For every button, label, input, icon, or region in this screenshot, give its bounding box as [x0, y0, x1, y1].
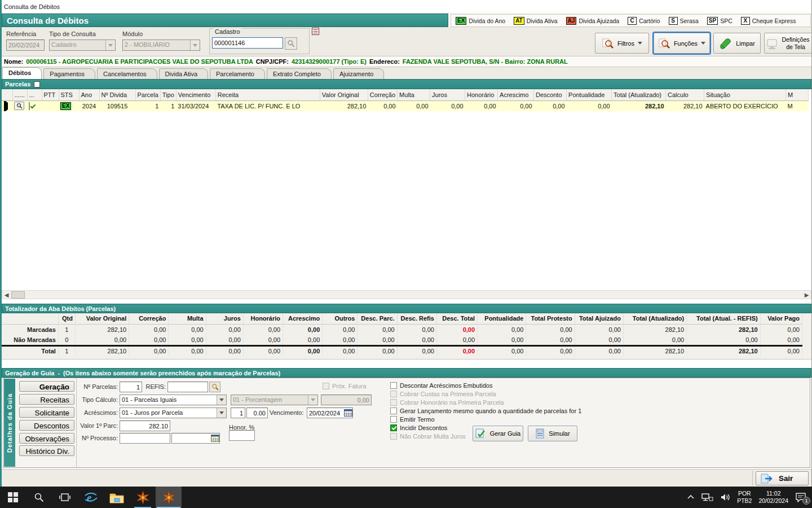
cadastro-search-button[interactable] [285, 37, 297, 50]
row-magnifier-button[interactable] [14, 102, 24, 110]
row-checkbox[interactable] [29, 102, 30, 110]
column-header-ano: Ano [79, 89, 99, 100]
filtros-button[interactable]: Filtros [595, 33, 649, 54]
tab-parcelamento[interactable]: Parcelamento [210, 68, 265, 79]
modulo-label: Módulo [122, 30, 200, 37]
list-icon[interactable] [312, 28, 319, 35]
referencia-input[interactable] [6, 40, 45, 51]
total-column-desc-refis: Desc. Refis [397, 313, 436, 324]
guia-menu-historico-div[interactable]: Histórico Div. [19, 445, 74, 456]
file-explorer-button[interactable] [104, 487, 130, 508]
scrollbar-thumb[interactable] [11, 291, 25, 299]
detalhes-da-guia-tab[interactable]: Detalhes da Guia [4, 379, 15, 467]
chevron-down-icon [701, 42, 705, 47]
modulo-field: Módulo 2 - MOBILIÁRIO [122, 30, 200, 51]
calendar-icon[interactable] [211, 433, 219, 443]
document-check-icon [475, 428, 487, 439]
app-taskbar-button-2-active[interactable] [156, 487, 182, 508]
endereco-label: Endereco: [369, 58, 400, 65]
calculator-icon [535, 428, 545, 439]
tab-debitos[interactable]: Débitos [2, 67, 42, 79]
total-cell: 0,00 [397, 335, 436, 345]
gerar-guia-button[interactable]: Gerar Guia [473, 426, 523, 441]
start-button[interactable] [0, 487, 26, 508]
definicoes-tela-button[interactable]: Definiçõesde Tela [764, 33, 812, 54]
app-window: Consulta de Débitos Consulta de Débitos … [0, 0, 812, 487]
horizontal-scrollbar[interactable]: ◀ ▶ [2, 290, 811, 299]
modulo-select[interactable]: 2 - MOBILIÁRIO [122, 40, 200, 51]
checkbox-icon [390, 391, 397, 397]
guia-menu-geracao[interactable]: Geração [19, 381, 74, 392]
refis-search-button[interactable] [209, 382, 220, 392]
tab-extrato-completo[interactable]: Extrato Completo [267, 68, 332, 79]
guia-menu-solicitante[interactable]: Solicitante [19, 407, 74, 418]
column-header-receita: Receita [215, 89, 320, 100]
clock[interactable]: 11:0220/02/2024 [758, 490, 788, 505]
porcentagem-value: 01 - Porcentagem [231, 395, 308, 405]
column-header-c0 [2, 89, 12, 100]
total-column-acrescimo: Acrescimo [283, 313, 323, 324]
refis-input[interactable] [167, 382, 208, 392]
app-star-icon [162, 491, 176, 505]
cell-situacao: ABERTO DO EXERCÍCIO [704, 100, 786, 111]
column-header-tipo: Tipo [160, 89, 176, 100]
speaker-icon[interactable] [720, 493, 730, 502]
action-center-button[interactable]: 1 [795, 492, 806, 502]
scroll-left-button[interactable]: ◀ [2, 291, 11, 299]
total-cell: 0,00 [169, 324, 206, 335]
checkbox-cobrar-honorario-na-primeira-parcela: Cobrar Honorário na Primeira Parcela [390, 399, 504, 406]
app-taskbar-button-1[interactable] [130, 487, 156, 508]
porcentagem-select[interactable]: 01 - Porcentagem [231, 395, 318, 405]
total-cell: 0,00 [397, 345, 436, 356]
simular-button[interactable]: Simular [528, 426, 577, 441]
tab-divida-ativa[interactable]: Divida Ativa [159, 68, 208, 79]
language-indicator[interactable]: PORPTB2 [737, 490, 752, 505]
parcelas-select-all-checkbox[interactable] [34, 81, 40, 87]
valor-parc-input[interactable] [120, 421, 170, 431]
total-cell: 0,00 [575, 324, 623, 335]
acrescimos-select[interactable]: 01 - Juros por Parcela [120, 408, 227, 418]
honor-input[interactable] [229, 430, 255, 441]
window-titlebar: Consulta de Débitos [2, 0, 811, 14]
acrescimo-juros-input[interactable] [246, 408, 268, 418]
cadastro-input[interactable] [212, 37, 283, 49]
total-cell: 0,00 [243, 335, 283, 345]
guia-menu-observacoes[interactable]: Observações [19, 433, 74, 444]
checkbox-gerar-lancamento-mesmo-quando-a-quantidade-de-parcelas-for-1[interactable]: Gerar Lançamento mesmo quando a quantida… [390, 408, 581, 414]
tab-cancelamentos[interactable]: Cancelamentos [97, 68, 157, 79]
guia-menu: GeraçãoReceitasSolicitanteDescontosObser… [17, 378, 77, 467]
sair-button[interactable]: Sair [756, 471, 809, 485]
guia-section-bar: Geração de Guia - (Os itens abaixo somen… [2, 368, 811, 378]
funcoes-button[interactable]: Funções [654, 33, 710, 54]
tab-pagamentos[interactable]: Pagamentos [43, 68, 95, 79]
checkbox-incidir-descontos[interactable]: Incidir Descontos [390, 424, 447, 431]
guia-menu-descontos[interactable]: Descontos [19, 420, 74, 431]
guia-menu-receitas[interactable]: Receitas [19, 394, 74, 405]
total-column-pontualidade: Pontualidade [478, 313, 526, 324]
prox-fatura-checkbox[interactable]: Próx. Fatura [323, 383, 367, 389]
limpar-button[interactable]: Limpar [713, 33, 761, 54]
acrescimo-qtd-input[interactable] [231, 408, 245, 418]
checkbox-descontar-acrescimos-embutidos[interactable]: Descontar Acréscimos Embutidos [390, 382, 492, 389]
tipo-calculo-select[interactable]: 01 - Parcelas Iguais [120, 395, 227, 405]
checkbox-cobrar-custas-na-primeira-parcela: Cobrar Custas na Primeira Parcela [390, 391, 496, 397]
checkbox-emitir-termo[interactable]: Emitir Termo [390, 416, 435, 423]
tray-expand-chevron[interactable] [687, 494, 695, 500]
scroll-right-button[interactable]: ▶ [802, 291, 811, 299]
internet-explorer-button[interactable]: e [78, 487, 104, 508]
tab-ajuizamento[interactable]: Ajuizamento [333, 68, 385, 79]
processo-input[interactable] [120, 433, 170, 444]
tipo-consulta-select[interactable]: Cadastro [49, 40, 116, 51]
task-view-button[interactable] [52, 487, 78, 508]
porcentagem-pct-input[interactable] [321, 395, 372, 405]
taskbar-search-button[interactable] [26, 487, 52, 508]
calendar-icon[interactable] [344, 408, 352, 417]
n-parcelas-input[interactable] [120, 382, 142, 392]
total-cell: 0,00 [575, 345, 623, 356]
table-row[interactable]: EX20241095151131/03/2024TAXA DE LIC. P/ … [2, 100, 809, 111]
legend-label: Divida do Ano [469, 17, 505, 24]
network-icon[interactable] [701, 493, 713, 502]
taxpayer-info-bar: Nome: 000006115 - AGROPECUARIA E PARTICI… [2, 56, 811, 67]
total-cell: 0,00 [623, 335, 686, 345]
total-column-valor-pago: Valor Pago [760, 313, 802, 324]
